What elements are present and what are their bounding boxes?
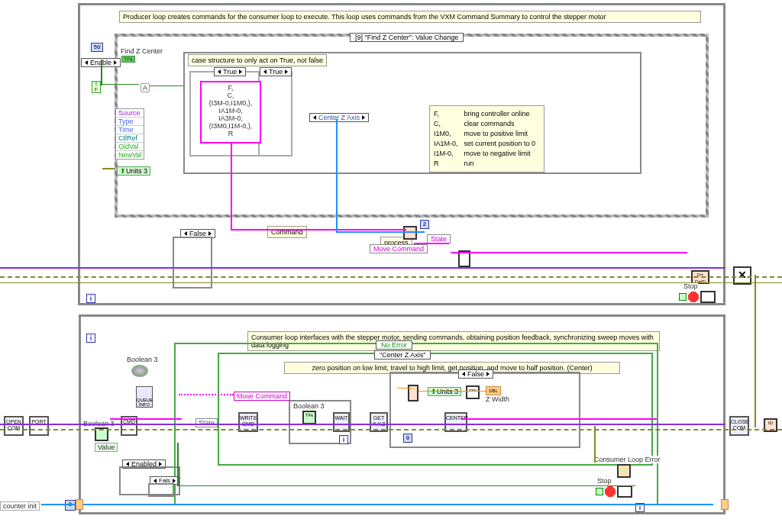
- inner-false-case: [389, 372, 580, 448]
- state-inner: State: [196, 418, 218, 427]
- units3-ref: ⬆Units 3: [117, 166, 150, 176]
- event-data-cluster: Source Type Time CtlRef OldVal NewVal: [115, 108, 144, 160]
- stop-consumer[interactable]: [596, 485, 632, 498]
- shift-reg-left: [76, 499, 83, 510]
- fals-struct: [148, 483, 174, 497]
- error-wire-top: [0, 276, 782, 278]
- command-label: Command: [267, 226, 307, 238]
- stop-producer[interactable]: [679, 291, 716, 303]
- value-property: Value: [95, 443, 118, 452]
- boolean3-inner: Boolean 3: [293, 402, 325, 410]
- tf-term-icon: TFk: [121, 56, 135, 63]
- case-true-inner[interactable]: True: [260, 67, 292, 76]
- producer-comment: Producer loop creates commands for the c…: [119, 11, 701, 23]
- and-node: A: [141, 83, 150, 92]
- iteration-terminal-producer: i: [86, 294, 95, 303]
- open-com-vi[interactable]: OPEN COM: [4, 416, 24, 436]
- counter-init-label: counter init: [0, 501, 40, 511]
- iteration-consumer: i: [86, 334, 95, 343]
- command-legend: F,bring controller online C,clear comman…: [429, 105, 544, 172]
- no-error-tab[interactable]: No Error: [376, 340, 412, 350]
- stop-bool-c-icon: [596, 488, 603, 495]
- boolean3-term: TFk: [302, 411, 316, 424]
- dbl-term: DBL: [486, 386, 501, 395]
- case-note: case structure to only act on True, not …: [188, 54, 327, 66]
- bottom-case-struct: [173, 237, 212, 289]
- stop-bool-icon: [679, 293, 687, 301]
- boolean3-label: Boolean 3: [127, 356, 158, 363]
- stop-label-producer: Stop: [683, 282, 698, 290]
- event-case-selector[interactable]: [9] "Find Z Center": Value Change: [350, 33, 464, 42]
- case-inner2: [258, 71, 292, 156]
- inner-iter: i: [339, 435, 348, 444]
- stop-oct-c-icon: [605, 486, 616, 497]
- case-true-outer[interactable]: True: [214, 67, 246, 76]
- zero-const: 0: [403, 434, 412, 443]
- conv-icon: mm: [466, 385, 480, 399]
- constant-2: 2: [420, 220, 429, 229]
- move-cmd-inner: Move Command: [234, 392, 290, 401]
- shift-reg-right: [721, 499, 729, 510]
- counter-init-box: 0: [65, 500, 76, 511]
- center-z-tab[interactable]: "Center Z Axis": [374, 350, 431, 360]
- error-cluster-term: [617, 464, 631, 478]
- false-tab[interactable]: False: [458, 369, 493, 379]
- error-wire-consumer: [0, 429, 782, 430]
- find-z-center-label: Find Z Center: [121, 47, 163, 55]
- queue-info-vi[interactable]: QUEUE INFO: [136, 386, 153, 408]
- close-com-vi[interactable]: CLOSE COM: [729, 416, 749, 436]
- center-z-constant[interactable]: Center Z Axis: [309, 113, 369, 122]
- consumer-error-label: Consumer Loop Error: [594, 456, 661, 463]
- stop-label-consumer: Stop: [597, 477, 612, 485]
- formula-node: F, C, (I3M-0,I1M0,), IA1M-0, IA3M-0, (I3…: [200, 81, 261, 143]
- constant-50: 50: [91, 43, 103, 52]
- stop-octagon-icon: [688, 292, 699, 302]
- z-width: Z Width: [486, 395, 509, 403]
- dotted-wire: [179, 394, 234, 395]
- move-command-label: Move Command: [370, 244, 428, 253]
- true-false-constants: TF: [92, 81, 101, 93]
- port-vi[interactable]: PORT: [29, 416, 49, 436]
- units3-consumer: ⬆Units 3: [428, 387, 461, 396]
- boolean3-indicator: [131, 365, 148, 377]
- bundle-node: [403, 226, 417, 240]
